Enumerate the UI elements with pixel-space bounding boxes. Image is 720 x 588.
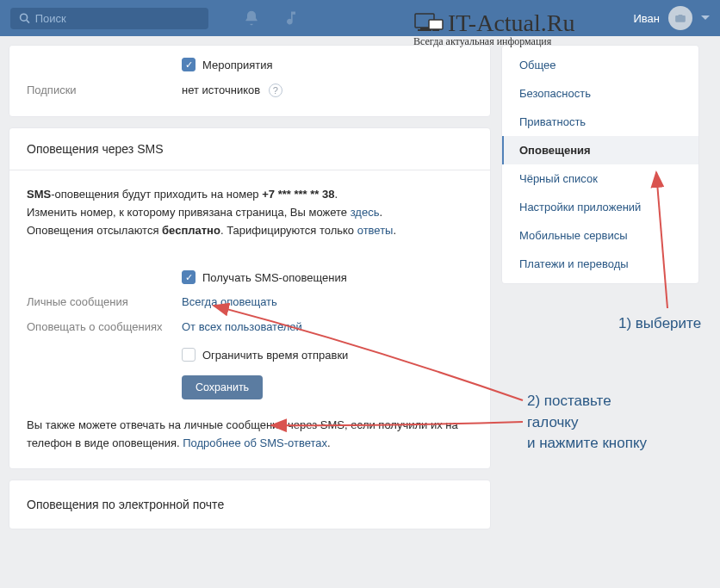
- search-box[interactable]: [10, 8, 208, 29]
- sms-footnote: Вы также можете отвечать на личные сообщ…: [9, 417, 490, 468]
- chevron-down-icon: [701, 15, 710, 21]
- help-icon[interactable]: ?: [269, 84, 282, 97]
- music-icon[interactable]: [282, 9, 300, 27]
- svg-point-0: [21, 14, 28, 21]
- sidebar-item-blacklist[interactable]: Чёрный список: [502, 164, 698, 193]
- sms-section-title: Оповещения через SMS: [9, 128, 490, 170]
- camera-icon: [674, 12, 686, 24]
- sms-info-text: SMS-оповещения будут приходить на номер …: [27, 186, 473, 239]
- checkbox-icon: [182, 58, 196, 71]
- avatar: [668, 6, 692, 30]
- sidebar-item-notifications[interactable]: Оповещения: [502, 136, 698, 164]
- checkbox-receive-sms[interactable]: Получать SMS-оповещения: [182, 270, 473, 284]
- sms-more-link[interactable]: Подробнее об SMS-ответах: [183, 436, 327, 449]
- notify-value[interactable]: От всех пользователей: [182, 320, 473, 333]
- user-name: Иван: [633, 12, 660, 25]
- receive-sms-label: Получать SMS-оповещения: [202, 271, 347, 284]
- change-number-link[interactable]: здесь: [351, 206, 380, 219]
- sms-card: Оповещения через SMS SMS-оповещения буду…: [9, 127, 491, 469]
- notify-label: Оповещать о сообщениях: [27, 320, 182, 333]
- personal-label: Личные сообщения: [27, 295, 182, 308]
- checkbox-icon: [182, 270, 196, 284]
- header-icons: [243, 9, 300, 27]
- checkbox-icon: [182, 348, 196, 362]
- sidebar-item-general[interactable]: Общее: [502, 51, 698, 79]
- side-column: Общее Безопасность Приватность Оповещени…: [501, 45, 699, 540]
- bell-icon[interactable]: [243, 9, 260, 27]
- sidebar-item-privacy[interactable]: Приватность: [502, 108, 698, 136]
- sidebar-item-security[interactable]: Безопасность: [502, 79, 698, 108]
- sidebar-item-payments[interactable]: Платежи и переводы: [502, 250, 698, 278]
- search-input[interactable]: [35, 12, 200, 25]
- checkbox-events[interactable]: Мероприятия: [182, 58, 473, 71]
- search-icon: [19, 12, 30, 24]
- answers-link[interactable]: ответы: [357, 224, 394, 237]
- email-section-title: Оповещения по электронной почте: [9, 480, 490, 529]
- limit-time-label: Ограничить время отправки: [202, 349, 348, 362]
- app-header: Иван: [0, 0, 720, 36]
- personal-value[interactable]: Всегда оповещать: [182, 295, 473, 308]
- layout: Мероприятия Подписки нет источников ? Оп…: [0, 36, 720, 548]
- main-column: Мероприятия Подписки нет источников ? Оп…: [9, 45, 491, 540]
- svg-line-1: [27, 20, 29, 22]
- sidebar-item-apps[interactable]: Настройки приложений: [502, 193, 698, 221]
- settings-menu: Общее Безопасность Приватность Оповещени…: [501, 45, 699, 284]
- header-user[interactable]: Иван: [633, 6, 710, 30]
- email-card: Оповещения по электронной почте: [9, 480, 491, 529]
- events-label: Мероприятия: [202, 59, 273, 71]
- sidebar-item-mobile[interactable]: Мобильные сервисы: [502, 221, 698, 250]
- checkbox-limit-time[interactable]: Ограничить время отправки: [182, 348, 473, 362]
- subscriptions-value: нет источников ?: [182, 84, 473, 97]
- save-button[interactable]: Сохранить: [182, 375, 263, 399]
- subscriptions-label: Подписки: [27, 84, 182, 96]
- top-card: Мероприятия Подписки нет источников ?: [9, 45, 491, 117]
